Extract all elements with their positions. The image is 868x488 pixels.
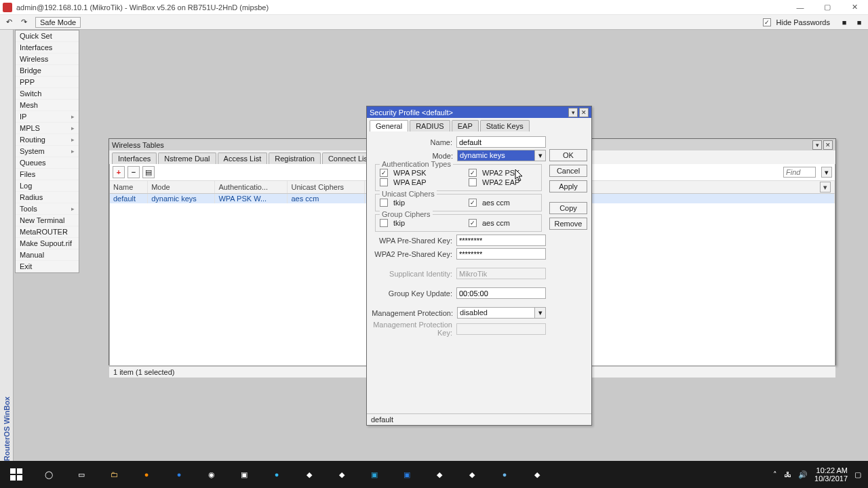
sidebar-item-exit[interactable]: Exit <box>16 261 79 272</box>
filter-icon[interactable]: ▤ <box>142 166 155 178</box>
wpa-psk-checkbox[interactable]: ✓ <box>380 169 388 177</box>
remove-button[interactable]: − <box>127 166 140 178</box>
cancel-button[interactable]: Cancel <box>549 165 587 177</box>
redo-icon[interactable]: ↷ <box>18 16 30 28</box>
uc-tkip-checkbox[interactable] <box>380 199 388 207</box>
mode-select[interactable]: dynamic keys <box>457 150 535 161</box>
wpa-key-label: WPA Pre-Shared Key: <box>371 237 456 245</box>
close-button[interactable]: ✕ <box>841 0 868 15</box>
tray-up-icon[interactable]: ˄ <box>773 470 777 479</box>
wpa-key-input[interactable] <box>456 235 546 246</box>
edge-icon[interactable]: ● <box>165 461 193 488</box>
sidebar-item-queues[interactable]: Queues <box>16 157 79 169</box>
app-icon-4[interactable]: ◆ <box>458 461 486 488</box>
sidebar-item-routing[interactable]: Routing▸ <box>16 134 79 146</box>
sidebar-item-bridge[interactable]: Bridge <box>16 65 79 77</box>
col-more-icon[interactable]: ▾ <box>820 182 831 192</box>
find-input[interactable] <box>783 167 816 178</box>
dialog-header[interactable]: Security Profile <default> ▾ ✕ <box>367 106 591 118</box>
tab-access-list[interactable]: Access List <box>218 152 268 164</box>
taskview-icon[interactable]: ▭ <box>68 461 95 488</box>
toolbar-icon-a[interactable]: ■ <box>838 16 850 28</box>
dialog-close-icon[interactable]: ✕ <box>579 108 589 117</box>
dropdown-icon[interactable]: ▾ <box>821 167 832 178</box>
toolbar-icon-b[interactable]: ■ <box>853 16 865 28</box>
sidebar-item-interfaces[interactable]: Interfaces <box>16 42 79 54</box>
min-icon[interactable]: ▾ <box>812 140 822 150</box>
tab-nstreme-dual[interactable]: Nstreme Dual <box>158 152 216 164</box>
sidebar-item-log[interactable]: Log <box>16 180 79 192</box>
terminal-icon[interactable]: ▣ <box>231 461 258 488</box>
tab-interfaces[interactable]: Interfaces <box>112 152 157 164</box>
app-icon-2[interactable]: ◆ <box>328 461 355 488</box>
gc-tkip-checkbox[interactable] <box>380 219 388 227</box>
app-icon-3[interactable]: ◆ <box>426 461 453 488</box>
mp-select[interactable]: disabled <box>457 307 535 319</box>
sidebar-item-mpls[interactable]: MPLS▸ <box>16 123 79 134</box>
col-name[interactable]: Name <box>110 181 148 194</box>
dlg-tab-radius[interactable]: RADIUS <box>410 120 450 131</box>
chevron-down-icon[interactable]: ▾ <box>535 150 546 161</box>
sidebar-item-switch[interactable]: Switch <box>16 88 79 100</box>
minimize-button[interactable]: — <box>787 0 814 15</box>
sidebar-item-ppp[interactable]: PPP <box>16 77 79 88</box>
skype-icon[interactable]: ● <box>263 461 290 488</box>
sidebar-item-tools[interactable]: Tools▸ <box>16 203 79 215</box>
safe-mode-button[interactable]: Safe Mode <box>35 17 81 28</box>
notifications-icon[interactable]: ▢ <box>854 470 861 479</box>
gku-input[interactable] <box>456 287 546 299</box>
dlg-tab-eap[interactable]: EAP <box>452 120 479 131</box>
start-button[interactable] <box>3 461 30 488</box>
explorer-icon[interactable]: 🗀 <box>100 461 127 488</box>
chrome-icon[interactable]: ◉ <box>198 461 225 488</box>
photoshop-icon[interactable]: ▣ <box>361 461 388 488</box>
close-icon[interactable]: ✕ <box>823 140 833 150</box>
ok-button[interactable]: OK <box>549 149 587 161</box>
sidebar-item-new-terminal[interactable]: New Terminal <box>16 215 79 226</box>
clock[interactable]: 10:22 AM 10/3/2017 <box>814 466 848 483</box>
undo-icon[interactable]: ↶ <box>3 16 15 28</box>
name-input[interactable] <box>456 136 546 148</box>
uc-aes-checkbox[interactable]: ✓ <box>469 199 477 207</box>
copy-button[interactable]: Copy <box>549 202 587 214</box>
app-icon-5[interactable]: ◆ <box>524 461 551 488</box>
dlg-tab-static-keys[interactable]: Static Keys <box>480 120 530 131</box>
taskbar[interactable]: ◯ ▭ 🗀 ● ● ◉ ▣ ● ◆ ◆ ▣ ▣ ◆ ◆ ● ◆ ˄ 🖧 🔊 10… <box>0 461 868 488</box>
col-mode[interactable]: Mode <box>148 181 215 194</box>
name-label: Name: <box>371 138 456 146</box>
sidebar-item-wireless[interactable]: Wireless <box>16 54 79 65</box>
cortana-icon[interactable]: ◯ <box>35 461 62 488</box>
sidebar-item-files[interactable]: Files <box>16 169 79 180</box>
sidebar-item-manual[interactable]: Manual <box>16 249 79 261</box>
sidebar-item-radius[interactable]: Radius <box>16 192 79 203</box>
sidebar-item-make-supout.rif[interactable]: Make Supout.rif <box>16 238 79 249</box>
apply-button[interactable]: Apply <box>549 180 587 192</box>
sidebar-item-ip[interactable]: IP▸ <box>16 111 79 123</box>
remove-dialog-button[interactable]: Remove <box>549 218 587 230</box>
col-auth[interactable]: Authenticatio... <box>215 181 288 194</box>
add-button[interactable]: + <box>113 166 125 178</box>
gc-aes-checkbox[interactable]: ✓ <box>469 219 477 227</box>
mp-chevron-icon[interactable]: ▾ <box>535 307 546 319</box>
winbox-icon[interactable]: ● <box>491 461 518 488</box>
sidebar-item-quick-set[interactable]: Quick Set <box>16 30 79 42</box>
wpa-eap-checkbox[interactable] <box>380 178 388 186</box>
wpa2-eap-checkbox[interactable] <box>469 178 477 186</box>
hide-passwords-checkbox[interactable]: ✓ <box>763 18 771 26</box>
wpa2-key-input[interactable] <box>456 248 546 260</box>
firefox-icon[interactable]: ● <box>133 461 160 488</box>
tab-registration[interactable]: Registration <box>269 152 321 164</box>
system-tray[interactable]: ˄ 🖧 🔊 10:22 AM 10/3/2017 ▢ <box>773 466 865 483</box>
sidebar-item-metarouter[interactable]: MetaROUTER <box>16 226 79 238</box>
outlook-icon[interactable]: ▣ <box>393 461 420 488</box>
sidebar-item-system[interactable]: System▸ <box>16 146 79 157</box>
app-icon-1[interactable]: ◆ <box>296 461 323 488</box>
tray-vol-icon[interactable]: 🔊 <box>798 470 808 479</box>
col-uc[interactable]: Unicast Ciphers <box>288 181 364 194</box>
wpa2-psk-checkbox[interactable]: ✓ <box>469 169 477 177</box>
maximize-button[interactable]: ▢ <box>814 0 841 15</box>
sidebar-item-mesh[interactable]: Mesh <box>16 100 79 111</box>
tray-net-icon[interactable]: 🖧 <box>784 470 791 479</box>
dlg-tab-general[interactable]: General <box>370 120 408 131</box>
dialog-min-icon[interactable]: ▾ <box>568 108 578 117</box>
